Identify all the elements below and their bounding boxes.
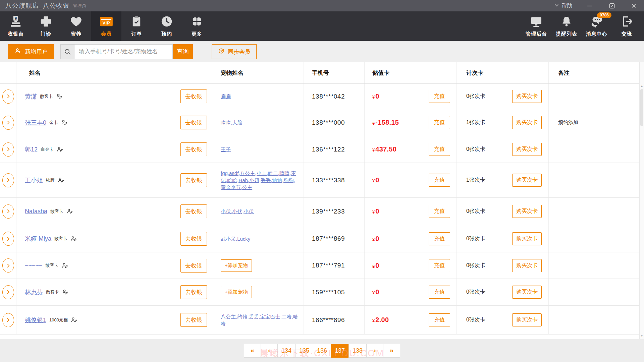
recharge-button[interactable]: 充值 [429,232,450,245]
add-user-button[interactable]: 新增用户 [8,44,54,59]
page-button-136[interactable]: 136 [313,344,331,358]
checkout-button[interactable]: 去收银 [180,204,207,218]
recharge-button[interactable]: 充值 [429,143,450,156]
scrollbar-thumb[interactable] [640,89,643,126]
nav-tab-6[interactable]: 更多 [182,11,212,41]
buy-count-card-button[interactable]: 购买次卡 [512,286,542,299]
nav-right-tab-1[interactable]: 提醒列表 [551,11,582,41]
pet-names-link[interactable]: 八公主,约翰,丢丢,宝宝巴士,二哈,哈哈 [221,313,299,327]
checkout-button[interactable]: 去收银 [180,259,207,273]
search-input[interactable] [74,44,173,59]
edit-member-icon[interactable] [61,119,67,126]
expand-row-button[interactable] [2,89,14,104]
pet-names-link[interactable]: 小伏,小伏,小伏 [221,208,254,215]
pet-names-link[interactable]: 王子 [221,146,231,153]
pet-names-link[interactable]: fgg,asdf,八公主,小工,哈二,嘻嘻,麦记,哈哈,Hah,小妞,丢丢,迪迪… [221,170,299,191]
pet-names-link[interactable]: 扁扁 [221,93,231,100]
expand-row-button[interactable] [2,313,14,327]
checkout-button[interactable]: 去收银 [180,142,207,156]
scroll-down-icon[interactable]: ▼ [640,335,644,338]
checkout-button[interactable]: 去收银 [180,116,207,129]
buy-count-card-button[interactable]: 购买次卡 [512,90,542,103]
buy-count-card-button[interactable]: 购买次卡 [512,174,542,187]
recharge-button[interactable]: 充值 [429,174,450,187]
titlebar: 八公旗舰店_八公收银 管理员 帮助 [0,0,644,11]
page-button-134[interactable]: 134 [277,344,296,358]
member-name-link[interactable]: 郭12 [25,145,38,154]
buy-count-card-button[interactable]: 购买次卡 [512,259,542,272]
expand-row-button[interactable] [2,204,14,219]
nav-tab-2[interactable]: 寄养 [61,11,91,41]
expand-row-button[interactable] [2,116,14,130]
recharge-button[interactable]: 充值 [429,90,450,103]
member-name-link[interactable]: 王小姐 [25,176,43,184]
edit-member-icon[interactable] [62,262,68,269]
add-pet-button[interactable]: +添加宠物 [221,259,252,272]
buy-count-card-button[interactable]: 购买次卡 [512,205,542,218]
pet-names-link[interactable]: 武小呆,Lucky [221,235,250,242]
recharge-button[interactable]: 充值 [429,259,450,272]
search-icon[interactable] [60,44,74,59]
member-name-link[interactable]: 黄潇 [25,93,37,101]
expand-row-button[interactable] [2,258,14,273]
scroll-up-icon[interactable]: ▲ [640,84,644,88]
member-name-link[interactable]: 林惠芬 [25,288,43,296]
member-name-link[interactable]: 米娅 Miya [25,235,51,243]
recharge-button[interactable]: 充值 [429,313,450,326]
last-page-button[interactable]: » [383,344,400,358]
page-button-137[interactable]: 137 [331,344,349,358]
edit-member-icon[interactable] [66,208,73,215]
recharge-button[interactable]: 充值 [429,116,450,129]
edit-member-icon[interactable] [71,317,77,323]
help-button[interactable]: 帮助 [554,2,572,9]
edit-member-icon[interactable] [57,146,63,153]
recharge-button[interactable]: 充值 [429,205,450,218]
query-button[interactable]: 查询 [173,44,193,59]
buy-count-card-button[interactable]: 购买次卡 [512,313,542,326]
edit-member-icon[interactable] [56,93,62,100]
add-pet-button[interactable]: +添加宠物 [221,286,252,298]
page-button-138[interactable]: 138 [348,344,367,358]
expand-row-button[interactable] [2,285,14,299]
buy-count-card-button[interactable]: 购买次卡 [512,232,542,245]
nav-right-tab-0[interactable]: 管理后台 [521,11,551,41]
checkout-button[interactable]: 去收银 [180,232,207,246]
yen-symbol: ¥ [372,318,375,323]
edit-member-icon[interactable] [70,236,77,242]
member-name-link[interactable]: 姚俊银1 [25,316,46,324]
member-name-link[interactable]: ~~~~~ [25,262,43,269]
buy-count-card-button[interactable]: 购买次卡 [512,143,542,156]
nav-right-tab-2[interactable]: 9786 消息中心 [582,11,612,41]
nav-tab-3[interactable]: VIP 会员 [91,11,121,41]
checkout-button[interactable]: 去收银 [180,173,207,187]
next-page-button[interactable]: › [366,344,383,358]
member-name-link[interactable]: Natasha [25,208,47,215]
nav-tab-4[interactable]: 订单 [121,11,152,41]
checkout-button[interactable]: 去收银 [180,285,207,299]
expand-row-button[interactable] [2,142,14,157]
first-page-button[interactable]: « [244,344,261,358]
name-cell: 王小姐 铁牌 去收银 [16,163,213,197]
remark-cell [549,225,639,252]
nav-tab-1[interactable]: 门诊 [31,11,61,41]
recharge-button[interactable]: 充值 [429,286,450,299]
expand-row-button[interactable] [2,232,14,246]
vertical-scrollbar[interactable]: ▲ ▼ [639,62,644,339]
close-button[interactable] [629,1,639,10]
maximize-button[interactable] [607,1,616,10]
expand-row-button[interactable] [2,173,14,187]
checkout-button[interactable]: 去收银 [180,313,207,327]
nav-tab-0[interactable]: ¥ 收银台 [1,11,31,41]
member-name-link[interactable]: 张三丰0 [25,119,46,127]
nav-tab-5[interactable]: 预约 [152,11,182,41]
pet-names-link[interactable]: 瞳瞳,大脸 [221,119,242,126]
sync-members-button[interactable]: 同步会员 [212,44,257,59]
edit-member-icon[interactable] [62,289,68,295]
prev-page-button[interactable]: ‹ [261,344,278,358]
minimize-button[interactable] [585,1,594,10]
checkout-button[interactable]: 去收银 [180,89,207,103]
page-button-135[interactable]: 135 [295,344,313,358]
buy-count-card-button[interactable]: 购买次卡 [512,116,542,129]
nav-right-tab-3[interactable]: 交班 [612,11,642,41]
edit-member-icon[interactable] [58,177,64,183]
